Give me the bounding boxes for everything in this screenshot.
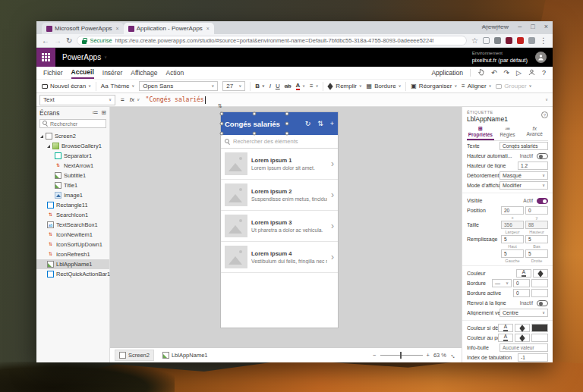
share-person-icon[interactable]: [528, 69, 535, 77]
border-color-swatch[interactable]: [531, 279, 548, 287]
extension-icon-4[interactable]: [517, 37, 524, 44]
menu-fichier[interactable]: Fichier: [43, 67, 63, 79]
environment-switcher[interactable]: Environnement pixelhut.fr (par défaut): [472, 51, 528, 64]
formula-bar-expand-icon[interactable]: ∨: [545, 98, 548, 102]
bold-button[interactable]: B ∨: [255, 83, 264, 89]
fx-button[interactable]: fx ∨: [130, 96, 140, 103]
text-align-button[interactable]: ≡ ∨: [310, 83, 318, 89]
disabled-text-color-button[interactable]: A: [498, 324, 513, 332]
app-sort-icon[interactable]: ⇅: [317, 120, 323, 127]
formula-bar-resize-handle[interactable]: ⇅: [218, 103, 222, 109]
prop-position-y-input[interactable]: [525, 206, 548, 215]
hover-color-swatch[interactable]: [531, 334, 548, 342]
phone-preview[interactable]: Congés salariés ↻ ⇅ +: [221, 112, 338, 328]
border-width-input[interactable]: [513, 279, 530, 287]
underline-button[interactable]: U: [276, 83, 280, 89]
selection-handle[interactable]: [253, 112, 257, 116]
theme-button[interactable]: Aa Thème ∨: [101, 83, 134, 89]
extension-icon-1[interactable]: [483, 37, 490, 44]
address-bar[interactable]: Sécurisé https://eu.create.powerapps.com…: [77, 36, 467, 45]
selection-handle[interactable]: [220, 132, 224, 136]
screens-search-box[interactable]: [39, 119, 106, 128]
app-add-icon[interactable]: +: [330, 120, 334, 127]
font-family-dropdown[interactable]: Open Sans ∨: [139, 81, 218, 91]
chevron-right-icon[interactable]: ›: [331, 252, 334, 262]
border-active-width-input[interactable]: [513, 289, 530, 297]
gallery-item-3[interactable]: Lorem ipsum 3 Ut pharetra a dolor ac veh…: [221, 211, 338, 242]
tab-close-icon[interactable]: ×: [206, 26, 210, 31]
border-button[interactable]: ▦ Bordure ∨: [367, 83, 402, 89]
tree-item-rectquickactionbar1[interactable]: RectQuickActionBar1: [36, 269, 109, 279]
auto-height-toggle[interactable]: [537, 153, 548, 159]
text-color-button[interactable]: A: [516, 269, 531, 278]
tree-item-iconnewitem1[interactable]: ⇅ IconNewItem1: [36, 230, 109, 240]
wrap-toggle[interactable]: [537, 300, 548, 306]
selection-handle[interactable]: [220, 122, 224, 126]
hand-pointer-icon[interactable]: [477, 69, 484, 77]
browser-tab-2[interactable]: Application - PowerApps ×: [124, 23, 214, 34]
prop-position-x-input[interactable]: [501, 206, 524, 215]
zoom-slider-handle[interactable]: [400, 352, 402, 359]
bookmark-star-icon[interactable]: ☆: [471, 37, 478, 45]
menu-action[interactable]: Action: [166, 67, 184, 79]
visible-toggle[interactable]: [537, 198, 548, 204]
hover-text-color-button[interactable]: A: [498, 334, 513, 342]
chevron-right-icon[interactable]: ›: [331, 159, 334, 168]
property-dropdown[interactable]: Text ∨: [39, 95, 115, 105]
zoom-out-icon[interactable]: −: [373, 352, 376, 359]
play-preview-icon[interactable]: ▷: [516, 70, 522, 77]
tree-item-rectangle11[interactable]: Rectangle11: [36, 200, 109, 210]
selection-handle[interactable]: [285, 122, 289, 126]
menu-affichage[interactable]: Affichage: [131, 67, 157, 79]
gallery-item-2[interactable]: Lorem ipsum 2 Suspendisse enim metus, ti…: [221, 180, 338, 211]
zoom-slider[interactable]: [380, 355, 423, 356]
font-size-dropdown[interactable]: 27 ∨: [222, 81, 245, 91]
expander-icon[interactable]: [47, 145, 50, 148]
screens-search-input[interactable]: [50, 121, 103, 127]
prop-padding-top-input[interactable]: [501, 235, 524, 243]
tab-proprietes[interactable]: ⊞ Propriétés: [467, 125, 494, 140]
app-header-bar[interactable]: Congés salariés ↻ ⇅ +: [221, 112, 338, 135]
prop-display-mode-select[interactable]: Modifier ∨: [499, 181, 548, 190]
border-active-color-swatch[interactable]: [531, 289, 548, 297]
tree-item-screen2[interactable]: Screen2: [36, 131, 109, 141]
prop-padding-left-input[interactable]: [501, 249, 524, 258]
menu-accueil[interactable]: Accueil: [71, 67, 94, 79]
disabled-fill-color-button[interactable]: [515, 324, 530, 332]
tree-item-iconrefresh1[interactable]: ⇅ IconRefresh1: [36, 249, 109, 259]
tree-item-lblappname1[interactable]: LblAppName1: [36, 259, 109, 269]
forward-icon[interactable]: →: [54, 37, 61, 45]
tree-item-title1[interactable]: Title1: [36, 180, 109, 190]
reorder-button[interactable]: ▣ Réorganiser ∨: [411, 83, 457, 89]
tooltip-input[interactable]: [499, 343, 548, 352]
formula-input[interactable]: "Congés salariés: [146, 96, 206, 104]
user-avatar[interactable]: [535, 52, 547, 63]
browser-profile-name[interactable]: Ajewjfew: [482, 24, 509, 30]
zoom-in-icon[interactable]: +: [427, 352, 430, 359]
new-screen-button[interactable]: Nouvel écran ∨: [42, 83, 91, 89]
prop-overflow-select[interactable]: Masqué ∨: [499, 171, 548, 180]
tree-item-separator1[interactable]: Separator1: [36, 151, 109, 161]
expander-icon[interactable]: [40, 135, 43, 138]
tab-avance[interactable]: fx Avancé: [521, 125, 548, 140]
app-search-box[interactable]: Rechercher des éléments: [221, 135, 338, 149]
tree-item-nextarrow1[interactable]: ⇅ NextArrow1: [36, 161, 109, 171]
fill-color-button[interactable]: [533, 269, 548, 278]
selection-handle[interactable]: [285, 132, 289, 136]
back-icon[interactable]: ←: [42, 37, 49, 45]
tree-item-searchicon1[interactable]: ⇅ SearchIcon1: [36, 210, 109, 220]
italic-button[interactable]: I: [269, 83, 271, 89]
app-title-label[interactable]: Congés salariés: [225, 120, 280, 128]
tree-item-subtitle1[interactable]: Subtitle1: [36, 171, 109, 180]
selection-handle[interactable]: [253, 132, 257, 136]
gallery-item-1[interactable]: Lorem ipsum 1 Lorem ipsum dolor sit amet…: [221, 149, 338, 180]
align-objects-button[interactable]: ≡ Aligner ∨: [462, 83, 491, 89]
chevron-right-icon[interactable]: ›: [331, 221, 334, 230]
status-screen-crumb[interactable]: Screen2: [115, 350, 154, 361]
extension-icon-3[interactable]: [506, 37, 512, 44]
status-control-crumb[interactable]: LblAppName1: [159, 350, 212, 360]
window-close-button[interactable]: ×: [544, 23, 548, 30]
browser-tab-1[interactable]: Microsoft PowerApps ×: [42, 23, 124, 34]
menu-inserer[interactable]: Insérer: [102, 67, 122, 79]
disabled-color-swatch[interactable]: [531, 324, 548, 332]
